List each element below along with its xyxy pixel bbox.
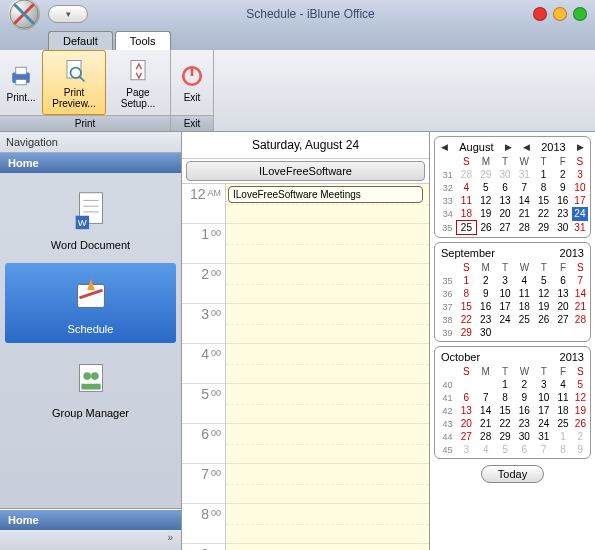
app-logo-icon[interactable] [8, 0, 40, 30]
calendar-day[interactable]: 6 [457, 391, 476, 404]
calendar-day[interactable]: 5 [476, 181, 495, 194]
calendar-day[interactable]: 8 [553, 443, 572, 456]
quick-access-dropdown[interactable] [48, 5, 88, 23]
calendar-day[interactable]: 16 [476, 300, 495, 313]
calendar-day[interactable]: 6 [515, 443, 534, 456]
calendar-day[interactable]: 25 [457, 221, 477, 235]
calendar-day[interactable]: 7 [534, 443, 553, 456]
calendar-day[interactable]: 14 [476, 404, 495, 417]
calendar-day[interactable]: 17 [495, 300, 514, 313]
calendar-day[interactable]: 21 [573, 300, 588, 313]
calendar-day[interactable]: 28 [476, 430, 495, 443]
calendar-day[interactable]: 4 [515, 274, 534, 287]
calendar-day[interactable]: 2 [573, 430, 588, 443]
calendar-day[interactable]: 29 [476, 168, 495, 181]
calendar-day[interactable]: 29 [534, 221, 553, 235]
calendar-day[interactable]: 24 [572, 207, 587, 221]
nav-section-home-footer[interactable]: Home [0, 509, 181, 530]
calendar-day[interactable]: 26 [573, 417, 588, 430]
calendar-day[interactable]: 29 [457, 326, 476, 339]
calendar-day[interactable]: 5 [534, 274, 553, 287]
calendar-day[interactable]: 8 [495, 391, 514, 404]
calendar-day[interactable]: 15 [495, 404, 514, 417]
calendar-day[interactable]: 10 [534, 391, 553, 404]
calendar-day[interactable]: 10 [495, 287, 514, 300]
calendar-day[interactable]: 24 [495, 313, 514, 326]
calendar-day[interactable]: 28 [515, 221, 534, 235]
next-month-icon[interactable]: ▶ [505, 142, 512, 152]
calendar-day[interactable]: 23 [515, 417, 534, 430]
calendar-day[interactable]: 12 [573, 391, 588, 404]
calendar-day[interactable]: 1 [553, 430, 572, 443]
calendar-day[interactable]: 14 [573, 287, 588, 300]
calendar-day[interactable] [534, 326, 553, 339]
calendar-day[interactable]: 15 [457, 300, 476, 313]
calendar-day[interactable]: 9 [515, 391, 534, 404]
calendar-day[interactable]: 28 [457, 168, 477, 181]
calendar-day[interactable]: 8 [457, 287, 476, 300]
nav-item-group-manager[interactable]: Group Manager [5, 347, 177, 427]
calendar-day[interactable]: 9 [476, 287, 495, 300]
calendar-day[interactable]: 3 [495, 274, 514, 287]
calendar-day[interactable]: 11 [553, 391, 572, 404]
calendar-day[interactable]: 20 [553, 300, 572, 313]
minimize-window-icon[interactable] [553, 7, 567, 21]
maximize-window-icon[interactable] [573, 7, 587, 21]
calendar-day[interactable]: 13 [496, 194, 515, 207]
slot-row[interactable] [226, 504, 429, 544]
nav-item-word-document[interactable]: W Word Document [5, 179, 177, 259]
calendar-day[interactable]: 19 [476, 207, 495, 221]
schedule-slots[interactable]: ILoveFreeSoftware Meetings [226, 184, 429, 550]
calendar-day[interactable]: 18 [515, 300, 534, 313]
calendar-day[interactable]: 19 [534, 300, 553, 313]
print-button[interactable]: Print... [0, 50, 42, 115]
calendar-day[interactable]: 14 [515, 194, 534, 207]
calendar-day[interactable]: 3 [457, 443, 476, 456]
calendar-day[interactable]: 25 [553, 417, 572, 430]
calendar-day[interactable]: 4 [476, 443, 495, 456]
nav-collapse-button[interactable]: » [0, 530, 181, 550]
calendar-day[interactable]: 5 [495, 443, 514, 456]
calendar-day[interactable]: 6 [553, 274, 572, 287]
calendar-day[interactable]: 3 [534, 378, 553, 391]
calendar-day[interactable]: 23 [476, 313, 495, 326]
slot-row[interactable] [226, 304, 429, 344]
nav-item-schedule[interactable]: Schedule [5, 263, 177, 343]
calendar-day[interactable]: 5 [573, 378, 588, 391]
calendar-day[interactable]: 22 [457, 313, 476, 326]
calendar-day[interactable]: 18 [553, 404, 572, 417]
calendar-day[interactable]: 8 [534, 181, 553, 194]
calendar-day[interactable] [573, 326, 588, 339]
calendar-day[interactable]: 9 [553, 181, 572, 194]
calendar-day[interactable]: 7 [476, 391, 495, 404]
calendar-day[interactable]: 1 [457, 274, 476, 287]
slot-row[interactable] [226, 224, 429, 264]
calendar-day[interactable]: 30 [476, 326, 495, 339]
prev-year-icon[interactable]: ◀ [523, 142, 530, 152]
calendar-day[interactable]: 18 [457, 207, 477, 221]
print-preview-button[interactable]: Print Preview... [42, 50, 106, 115]
calendar-day[interactable] [457, 378, 476, 391]
calendar-day[interactable]: 26 [534, 313, 553, 326]
calendar-day[interactable]: 23 [553, 207, 572, 221]
calendar-day[interactable]: 1 [495, 378, 514, 391]
calendar-day[interactable]: 30 [496, 168, 515, 181]
slot-row[interactable] [226, 384, 429, 424]
slot-row[interactable] [226, 344, 429, 384]
calendar-day[interactable]: 17 [572, 194, 587, 207]
calendar-day[interactable]: 11 [457, 194, 477, 207]
slot-row[interactable] [226, 424, 429, 464]
calendar-day[interactable]: 25 [515, 313, 534, 326]
today-button[interactable]: Today [481, 465, 544, 483]
tab-default[interactable]: Default [48, 31, 113, 50]
calendar-day[interactable]: 30 [553, 221, 572, 235]
slot-row[interactable] [226, 464, 429, 504]
calendar-day[interactable]: 2 [476, 274, 495, 287]
calendar-day[interactable] [476, 378, 495, 391]
calendar-day[interactable]: 22 [495, 417, 514, 430]
slot-row[interactable] [226, 544, 429, 550]
calendar-day[interactable]: 27 [553, 313, 572, 326]
calendar-day[interactable]: 30 [515, 430, 534, 443]
calendar-day[interactable]: 20 [496, 207, 515, 221]
exit-button[interactable]: Exit [171, 50, 213, 115]
